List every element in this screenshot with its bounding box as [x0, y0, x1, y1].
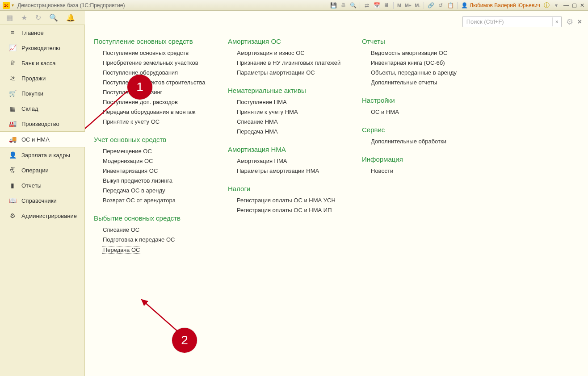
group-item[interactable]: Поступление НМА	[237, 99, 287, 105]
group-2-1: НастройкиОС и НМА	[362, 96, 478, 115]
search-box[interactable]: ×	[462, 16, 562, 27]
link-icon[interactable]: 🔗	[428, 2, 434, 8]
group-header[interactable]: Сервис	[362, 126, 478, 134]
column-0: Поступление основных средствПоступление …	[94, 38, 210, 264]
group-item[interactable]: Принятие к учету ОС	[103, 118, 160, 125]
group-2-2: СервисДополнительные обработки	[362, 126, 478, 145]
sidebar-item-12[interactable]: ⚙Администрирование	[0, 208, 84, 223]
sidebar-item-10[interactable]: ▮Отчеты	[0, 178, 84, 193]
group-item[interactable]: Перемещение ОС	[103, 148, 152, 155]
group-item[interactable]: Инвентаризация ОС	[103, 167, 158, 174]
group-item[interactable]: Списание НМА	[237, 118, 278, 125]
sidebar-item-4[interactable]: 🛒Покупки	[0, 86, 84, 101]
group-item[interactable]: Регистрация оплаты ОС и НМА ИП	[237, 207, 332, 213]
history-icon[interactable]: ↺	[437, 2, 444, 8]
group-header[interactable]: Амортизация ОС	[228, 38, 344, 45]
group-item[interactable]: Поступление объектов строительства	[103, 79, 205, 86]
person-icon: 👤	[461, 2, 468, 8]
group-item[interactable]: Подготовка к передаче ОС	[103, 236, 175, 243]
group-item[interactable]: Списание ОС	[103, 226, 139, 233]
preview-icon[interactable]: 🔍	[350, 2, 356, 8]
group-item[interactable]: Передача ОС	[102, 246, 141, 254]
m-minus-icon[interactable]: M-	[415, 3, 420, 8]
sidebar-item-3[interactable]: 🛍Продажи	[0, 71, 84, 86]
sidebar-item-11[interactable]: 📖Справочники	[0, 193, 84, 208]
group-item[interactable]: Принятие к учету НМА	[237, 109, 298, 115]
user-badge[interactable]: 👤 Любимов Валерий Юрьевич	[461, 2, 540, 8]
group-items: Списание ОСПодготовка к передаче ОСПеред…	[94, 226, 210, 254]
calendar-icon[interactable]: 📅	[374, 2, 380, 8]
group-item[interactable]: Признание в НУ лизинговых платежей	[237, 59, 340, 66]
group-header[interactable]: Учет основных средств	[94, 136, 210, 143]
group-header[interactable]: Информация	[362, 155, 478, 163]
info-icon[interactable]: ⓘ	[544, 1, 550, 9]
group-header[interactable]: Поступление основных средств	[94, 38, 210, 45]
group-item[interactable]: Дополнительные обработки	[371, 138, 446, 145]
copy-icon[interactable]: 📋	[447, 2, 454, 8]
sidebar-item-2[interactable]: ₽Банк и касса	[0, 55, 84, 71]
group-item[interactable]: Амортизация НМА	[237, 158, 287, 164]
close-button[interactable]: ✕	[579, 2, 585, 8]
group-item[interactable]: Выкуп предметов лизинга	[103, 177, 172, 184]
sidebar-item-0[interactable]: ≡Главное	[0, 25, 84, 40]
group-items: Поступление НМАПринятие к учету НМАСписа…	[228, 99, 344, 135]
sidebar-item-7[interactable]: 🚚ОС и НМА	[0, 131, 85, 147]
search-input[interactable]	[463, 17, 552, 27]
group-item[interactable]: Дополнительные отчеты	[371, 79, 437, 86]
group-header[interactable]: Амортизация НМА	[228, 146, 344, 153]
group-item[interactable]: Параметры амортизации ОС	[237, 69, 315, 76]
maximize-button[interactable]: ▢	[571, 2, 577, 8]
group-item[interactable]: Передача оборудования в монтаж	[103, 109, 195, 115]
bag-icon: 🛍	[9, 75, 16, 82]
group-item[interactable]: Передача ОС в аренду	[103, 187, 165, 194]
group-header[interactable]: Налоги	[228, 185, 344, 192]
sidebar-item-6[interactable]: 🏭Производство	[0, 116, 84, 131]
sidebar-item-5[interactable]: ▦Склад	[0, 101, 84, 116]
group-item[interactable]: Возврат ОС от арендатора	[103, 197, 176, 204]
group-item[interactable]: Регистрация оплаты ОС и НМА УСН	[237, 197, 336, 204]
apps-icon[interactable]: ▦	[6, 13, 13, 22]
group-item[interactable]: Поступление доп. расходов	[103, 99, 178, 105]
sidebar-item-label: Склад	[21, 105, 38, 112]
minimize-button[interactable]: —	[563, 2, 569, 8]
content-area: × ⚙ × Поступление основных средствПоступ…	[85, 11, 588, 376]
sidebar-item-9[interactable]: ДтКтОперации	[0, 163, 84, 178]
sidebar-item-8[interactable]: 👤Зарплата и кадры	[0, 147, 84, 163]
star-icon[interactable]: ★	[21, 13, 27, 22]
group-item[interactable]: Модернизация ОС	[103, 158, 153, 164]
search-icon[interactable]: 🔍	[49, 13, 58, 22]
group-header[interactable]: Отчеты	[362, 38, 478, 45]
column-1: Амортизация ОСАмортизация и износ ОСПриз…	[228, 38, 344, 264]
group-item[interactable]: Приобретение земельных участков	[103, 59, 198, 66]
sidebar-item-label: Главное	[21, 29, 44, 36]
group-item[interactable]: Поступление основных средств	[103, 50, 189, 56]
group-item[interactable]: Ведомость амортизации ОС	[371, 50, 447, 56]
group-item[interactable]: Инвентарная книга (ОС-6б)	[371, 59, 445, 66]
dropdown-icon[interactable]: ▾	[12, 3, 14, 8]
group-item[interactable]: Новости	[371, 167, 393, 174]
group-items: Новости	[362, 167, 478, 174]
menu-dropdown-icon[interactable]: ▾	[553, 2, 559, 8]
print-icon[interactable]: 🖶	[340, 2, 346, 8]
m-plus-icon[interactable]: M+	[405, 3, 412, 8]
settings-icon[interactable]: ⚙	[566, 17, 573, 27]
history-icon[interactable]: ↻	[35, 13, 41, 22]
group-item[interactable]: Параметры амортизации НМА	[237, 167, 319, 174]
group-item[interactable]: Объекты, переданные в аренду	[371, 69, 457, 76]
group-header[interactable]: Выбытие основных средств	[94, 214, 210, 222]
group-header[interactable]: Настройки	[362, 96, 478, 104]
compare-icon[interactable]: ⇄	[364, 2, 370, 8]
save-icon[interactable]: 💾	[330, 2, 336, 8]
group-header[interactable]: Нематериальные активы	[228, 87, 344, 94]
bell-icon[interactable]: 🔔	[66, 13, 75, 22]
group-item[interactable]: Передача НМА	[237, 128, 278, 135]
calc-icon[interactable]: 🖩	[383, 2, 390, 8]
m-icon[interactable]: M	[397, 3, 401, 8]
sidebar-item-1[interactable]: 📈Руководителю	[0, 40, 84, 55]
group-item[interactable]: ОС и НМА	[371, 109, 399, 115]
group-0-2: Выбытие основных средствСписание ОСПодго…	[94, 214, 210, 254]
search-clear-button[interactable]: ×	[552, 17, 561, 26]
close-panel-icon[interactable]: ×	[578, 18, 582, 26]
group-1-2: Амортизация НМААмортизация НМАПараметры …	[228, 146, 344, 174]
group-item[interactable]: Амортизация и износ ОС	[237, 50, 305, 56]
